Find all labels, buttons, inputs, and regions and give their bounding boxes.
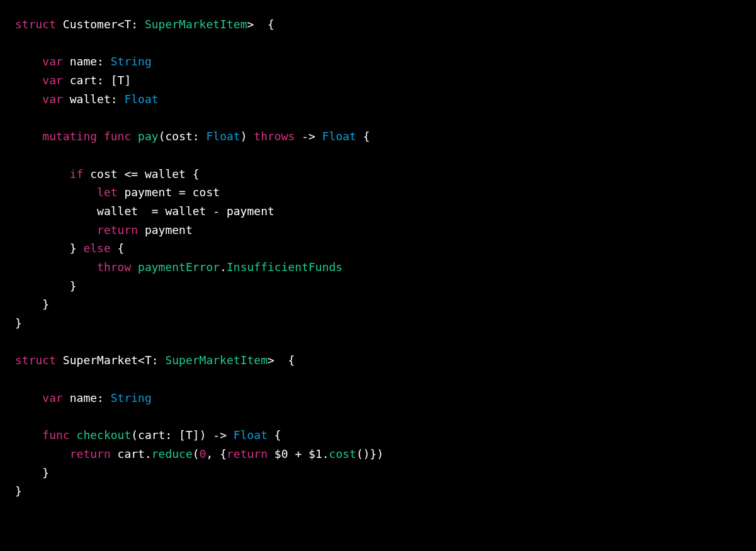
code-token: SuperMarketItem	[145, 18, 247, 31]
code-token	[15, 55, 42, 68]
code-line	[15, 34, 741, 53]
code-token	[15, 428, 42, 442]
code-token: let	[97, 186, 118, 199]
code-line: if cost <= wallet {	[15, 165, 741, 184]
code-line: }	[15, 277, 741, 296]
code-token: paymentError	[138, 260, 220, 274]
code-token: {	[268, 428, 281, 442]
code-token: }	[15, 298, 49, 311]
code-line: }	[15, 314, 741, 333]
code-token	[15, 260, 97, 274]
code-token	[70, 428, 77, 442]
code-token: Float	[206, 130, 240, 143]
code-line: var name: String	[15, 389, 741, 408]
code-token: var	[42, 92, 63, 106]
code-token: else	[83, 242, 110, 255]
code-token: return	[70, 447, 111, 460]
code-token: $0 + $1.	[268, 447, 329, 460]
code-token: Customer<T:	[56, 18, 145, 31]
code-token: }	[15, 242, 83, 255]
code-line: struct SuperMarket<T: SuperMarketItem> {	[15, 351, 741, 370]
code-token	[15, 447, 70, 460]
code-token: .	[220, 260, 227, 274]
code-token: func	[42, 428, 69, 442]
code-token: checkout	[77, 428, 132, 442]
code-token: ()})	[356, 447, 383, 460]
code-token: (cost:	[159, 130, 206, 143]
code-line: var wallet: Float	[15, 90, 741, 109]
code-token: var	[42, 391, 63, 404]
code-token: }	[15, 316, 22, 330]
code-token: }	[15, 484, 22, 498]
code-token: reduce	[152, 447, 193, 460]
code-line: }	[15, 482, 741, 501]
code-token: ->	[295, 130, 322, 143]
code-line: struct Customer<T: SuperMarketItem> {	[15, 15, 741, 34]
code-token: Float	[234, 428, 268, 442]
code-token: {	[356, 130, 370, 143]
code-token: name:	[63, 55, 111, 68]
code-token: wallet = wallet - payment	[15, 204, 274, 218]
code-line: var cart: [T]	[15, 71, 741, 90]
code-line: throw paymentError.InsufficientFunds	[15, 258, 741, 277]
code-token: var	[42, 74, 63, 87]
code-line: }	[15, 464, 741, 482]
code-token: throws	[254, 130, 295, 143]
code-token: func	[104, 130, 131, 143]
code-token: InsufficientFunds	[227, 260, 342, 274]
code-line: return cart.reduce(0, {return $0 + $1.co…	[15, 445, 741, 464]
code-token: cart.	[111, 447, 152, 460]
code-line: let payment = cost	[15, 183, 741, 202]
code-token	[15, 186, 97, 199]
code-token: cart: [T]	[63, 74, 131, 87]
code-token: String	[111, 55, 152, 68]
code-token: {	[111, 242, 125, 255]
code-token: return	[227, 447, 268, 460]
code-line: mutating func pay(cost: Float) throws ->…	[15, 127, 741, 146]
code-line: var name: String	[15, 52, 741, 71]
code-token	[131, 260, 138, 274]
code-line	[15, 370, 741, 389]
code-token	[15, 391, 42, 404]
code-token	[15, 167, 70, 181]
code-token	[15, 74, 42, 87]
code-token: SuperMarketItem	[165, 353, 268, 367]
code-line: func checkout(cart: [T]) -> Float {	[15, 426, 741, 445]
code-token	[97, 130, 104, 143]
code-token: payment = cost	[118, 186, 220, 199]
code-token: if	[70, 167, 84, 181]
code-token: return	[97, 223, 138, 237]
code-line	[15, 108, 741, 127]
code-token: cost <= wallet {	[83, 167, 199, 181]
code-token: Float	[322, 130, 356, 143]
code-token: )	[240, 130, 254, 143]
code-token: struct	[15, 18, 56, 31]
code-token: String	[111, 391, 152, 404]
code-token	[15, 92, 42, 106]
code-token: throw	[97, 260, 131, 274]
code-token: (	[193, 447, 200, 460]
code-token: 0	[200, 447, 206, 460]
code-token: Float	[124, 92, 158, 106]
code-line	[15, 333, 741, 352]
code-token: > {	[247, 18, 274, 31]
code-token	[15, 130, 42, 143]
code-line: } else {	[15, 239, 741, 258]
code-editor[interactable]: struct Customer<T: SuperMarketItem> { va…	[15, 15, 741, 501]
code-line	[15, 146, 741, 165]
code-token: var	[42, 55, 63, 68]
code-token: name:	[63, 391, 111, 404]
code-token: struct	[15, 353, 56, 367]
code-token: }	[15, 466, 49, 479]
code-token: , {	[206, 447, 227, 460]
code-line: wallet = wallet - payment	[15, 202, 741, 221]
code-token: (cart: [T]) ->	[131, 428, 234, 442]
code-token: mutating	[42, 130, 97, 143]
code-token	[131, 130, 138, 143]
code-line	[15, 407, 741, 426]
code-token: SuperMarket<T:	[56, 353, 165, 367]
code-line: }	[15, 295, 741, 314]
code-token: > {	[268, 353, 295, 367]
code-token: }	[15, 279, 77, 292]
code-line: return payment	[15, 221, 741, 240]
